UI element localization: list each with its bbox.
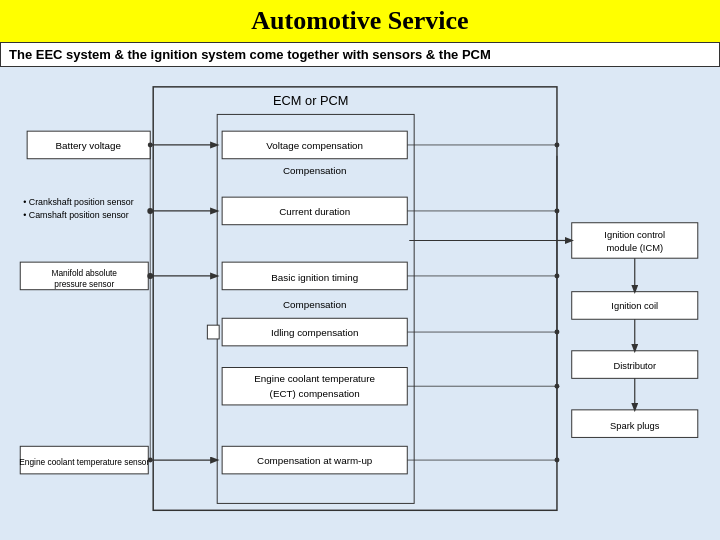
- svg-rect-14: [207, 325, 219, 339]
- basic-ignition-label: Basic ignition timing: [271, 272, 358, 283]
- diagram: ECM or PCM Battery voltage Voltage compe…: [10, 77, 710, 530]
- svg-point-30: [148, 142, 153, 147]
- engine-coolant-sensor-label: Engine coolant temperature sensor: [19, 457, 149, 467]
- manifold-label2: pressure sensor: [54, 279, 114, 289]
- svg-point-41: [554, 273, 559, 278]
- ignition-coil-label: Ignition coil: [611, 301, 658, 311]
- crankshaft-label: • Crankshaft position sensor: [23, 197, 134, 207]
- compensation2-label: Compensation: [283, 299, 346, 310]
- compensation-warmup-label: Compensation at warm-up: [257, 455, 373, 466]
- svg-point-32: [148, 458, 153, 463]
- spark-plugs-label: Spark plugs: [610, 421, 660, 431]
- manifold-label: Manifold absolute: [51, 268, 117, 278]
- current-duration-label: Current duration: [279, 206, 350, 217]
- distributor-label: Distributor: [613, 361, 656, 371]
- svg-point-43: [554, 384, 559, 389]
- ecm-label: ECM or PCM: [273, 93, 348, 108]
- compensation1-label: Compensation: [283, 165, 346, 176]
- app: Automotive Service The EEC system & the …: [0, 0, 720, 540]
- diagram-svg: ECM or PCM Battery voltage Voltage compe…: [10, 77, 710, 530]
- ect-compensation-label2: (ECT) compensation: [270, 388, 360, 399]
- subtitle-bar: The EEC system & the ignition system com…: [0, 42, 720, 67]
- svg-point-42: [554, 330, 559, 335]
- svg-point-40: [554, 208, 559, 213]
- idling-compensation-label: Idling compensation: [271, 327, 358, 338]
- page-title: Automotive Service: [0, 0, 720, 42]
- battery-voltage-label: Battery voltage: [55, 140, 121, 151]
- svg-point-31: [148, 273, 153, 278]
- svg-point-44: [554, 458, 559, 463]
- ignition-control-module-label1: Ignition control: [604, 230, 665, 240]
- diagram-area: ECM or PCM Battery voltage Voltage compe…: [0, 67, 720, 540]
- voltage-compensation-label: Voltage compensation: [266, 140, 363, 151]
- svg-point-39: [554, 142, 559, 147]
- camshaft-label: • Camshaft position sensor: [23, 210, 129, 220]
- ect-compensation-label1: Engine coolant temperature: [254, 373, 375, 384]
- ignition-control-module-label2: module (ICM): [606, 243, 663, 253]
